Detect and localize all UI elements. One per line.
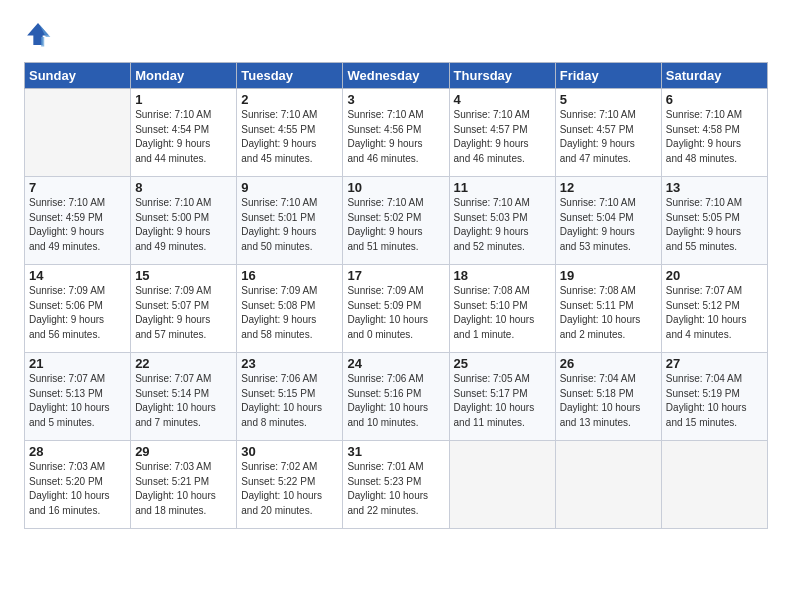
- daylight-text: Daylight: 10 hours: [29, 490, 110, 501]
- day-number: 21: [29, 356, 126, 371]
- sunset-text: Sunset: 5:14 PM: [135, 388, 209, 399]
- sunset-text: Sunset: 4:57 PM: [560, 124, 634, 135]
- daylight-text: Daylight: 9 hours: [29, 314, 104, 325]
- sunset-text: Sunset: 5:07 PM: [135, 300, 209, 311]
- sunrise-text: Sunrise: 7:10 AM: [560, 109, 636, 120]
- sunrise-text: Sunrise: 7:09 AM: [347, 285, 423, 296]
- calendar-week-row: 28Sunrise: 7:03 AMSunset: 5:20 PMDayligh…: [25, 441, 768, 529]
- calendar-day-cell: 13Sunrise: 7:10 AMSunset: 5:05 PMDayligh…: [661, 177, 767, 265]
- daylight-text-2: and 44 minutes.: [135, 153, 206, 164]
- day-number: 3: [347, 92, 444, 107]
- day-number: 16: [241, 268, 338, 283]
- calendar-day-cell: 21Sunrise: 7:07 AMSunset: 5:13 PMDayligh…: [25, 353, 131, 441]
- daylight-text: Daylight: 10 hours: [29, 402, 110, 413]
- day-number: 13: [666, 180, 763, 195]
- calendar-day-cell: 16Sunrise: 7:09 AMSunset: 5:08 PMDayligh…: [237, 265, 343, 353]
- day-number: 28: [29, 444, 126, 459]
- sunset-text: Sunset: 5:19 PM: [666, 388, 740, 399]
- daylight-text: Daylight: 10 hours: [241, 402, 322, 413]
- daylight-text-2: and 58 minutes.: [241, 329, 312, 340]
- sun-info: Sunrise: 7:10 AMSunset: 4:55 PMDaylight:…: [241, 108, 338, 166]
- sunset-text: Sunset: 5:05 PM: [666, 212, 740, 223]
- daylight-text: Daylight: 9 hours: [135, 138, 210, 149]
- sun-info: Sunrise: 7:10 AMSunset: 4:58 PMDaylight:…: [666, 108, 763, 166]
- sunrise-text: Sunrise: 7:10 AM: [666, 197, 742, 208]
- day-number: 31: [347, 444, 444, 459]
- sun-info: Sunrise: 7:06 AMSunset: 5:16 PMDaylight:…: [347, 372, 444, 430]
- daylight-text-2: and 46 minutes.: [347, 153, 418, 164]
- sunrise-text: Sunrise: 7:01 AM: [347, 461, 423, 472]
- calendar-day-cell: 20Sunrise: 7:07 AMSunset: 5:12 PMDayligh…: [661, 265, 767, 353]
- calendar-day-cell: [661, 441, 767, 529]
- sunrise-text: Sunrise: 7:07 AM: [135, 373, 211, 384]
- day-number: 6: [666, 92, 763, 107]
- daylight-text-2: and 51 minutes.: [347, 241, 418, 252]
- day-number: 14: [29, 268, 126, 283]
- calendar-day-cell: 28Sunrise: 7:03 AMSunset: 5:20 PMDayligh…: [25, 441, 131, 529]
- day-number: 5: [560, 92, 657, 107]
- sunset-text: Sunset: 5:02 PM: [347, 212, 421, 223]
- calendar-week-row: 21Sunrise: 7:07 AMSunset: 5:13 PMDayligh…: [25, 353, 768, 441]
- sun-info: Sunrise: 7:10 AMSunset: 5:05 PMDaylight:…: [666, 196, 763, 254]
- calendar-day-cell: 17Sunrise: 7:09 AMSunset: 5:09 PMDayligh…: [343, 265, 449, 353]
- sunrise-text: Sunrise: 7:09 AM: [241, 285, 317, 296]
- sun-info: Sunrise: 7:04 AMSunset: 5:19 PMDaylight:…: [666, 372, 763, 430]
- day-number: 23: [241, 356, 338, 371]
- sun-info: Sunrise: 7:03 AMSunset: 5:21 PMDaylight:…: [135, 460, 232, 518]
- daylight-text-2: and 50 minutes.: [241, 241, 312, 252]
- logo-icon: [24, 20, 52, 48]
- day-number: 26: [560, 356, 657, 371]
- daylight-text: Daylight: 10 hours: [666, 314, 747, 325]
- daylight-text: Daylight: 10 hours: [135, 402, 216, 413]
- calendar-day-cell: 30Sunrise: 7:02 AMSunset: 5:22 PMDayligh…: [237, 441, 343, 529]
- daylight-text-2: and 0 minutes.: [347, 329, 413, 340]
- daylight-text: Daylight: 10 hours: [560, 402, 641, 413]
- calendar-day-cell: 1Sunrise: 7:10 AMSunset: 4:54 PMDaylight…: [131, 89, 237, 177]
- sunrise-text: Sunrise: 7:10 AM: [666, 109, 742, 120]
- daylight-text-2: and 2 minutes.: [560, 329, 626, 340]
- sun-info: Sunrise: 7:01 AMSunset: 5:23 PMDaylight:…: [347, 460, 444, 518]
- daylight-text-2: and 7 minutes.: [135, 417, 201, 428]
- sunset-text: Sunset: 4:59 PM: [29, 212, 103, 223]
- sunset-text: Sunset: 4:55 PM: [241, 124, 315, 135]
- daylight-text: Daylight: 9 hours: [347, 138, 422, 149]
- sun-info: Sunrise: 7:07 AMSunset: 5:13 PMDaylight:…: [29, 372, 126, 430]
- sunset-text: Sunset: 4:58 PM: [666, 124, 740, 135]
- calendar-day-header: Thursday: [449, 63, 555, 89]
- daylight-text-2: and 18 minutes.: [135, 505, 206, 516]
- sunset-text: Sunset: 5:12 PM: [666, 300, 740, 311]
- sun-info: Sunrise: 7:10 AMSunset: 4:57 PMDaylight:…: [560, 108, 657, 166]
- sunrise-text: Sunrise: 7:10 AM: [560, 197, 636, 208]
- sunrise-text: Sunrise: 7:04 AM: [560, 373, 636, 384]
- sun-info: Sunrise: 7:10 AMSunset: 5:04 PMDaylight:…: [560, 196, 657, 254]
- calendar-table: SundayMondayTuesdayWednesdayThursdayFrid…: [24, 62, 768, 529]
- daylight-text: Daylight: 9 hours: [666, 138, 741, 149]
- sunrise-text: Sunrise: 7:10 AM: [454, 109, 530, 120]
- sun-info: Sunrise: 7:09 AMSunset: 5:08 PMDaylight:…: [241, 284, 338, 342]
- day-number: 4: [454, 92, 551, 107]
- sunset-text: Sunset: 4:57 PM: [454, 124, 528, 135]
- daylight-text-2: and 48 minutes.: [666, 153, 737, 164]
- sun-info: Sunrise: 7:10 AMSunset: 4:59 PMDaylight:…: [29, 196, 126, 254]
- sunrise-text: Sunrise: 7:10 AM: [347, 197, 423, 208]
- calendar-week-row: 14Sunrise: 7:09 AMSunset: 5:06 PMDayligh…: [25, 265, 768, 353]
- sunset-text: Sunset: 5:13 PM: [29, 388, 103, 399]
- daylight-text-2: and 15 minutes.: [666, 417, 737, 428]
- calendar-day-cell: 23Sunrise: 7:06 AMSunset: 5:15 PMDayligh…: [237, 353, 343, 441]
- sunrise-text: Sunrise: 7:10 AM: [454, 197, 530, 208]
- sunset-text: Sunset: 5:00 PM: [135, 212, 209, 223]
- sunrise-text: Sunrise: 7:02 AM: [241, 461, 317, 472]
- header: [24, 20, 768, 48]
- day-number: 2: [241, 92, 338, 107]
- calendar-day-cell: 27Sunrise: 7:04 AMSunset: 5:19 PMDayligh…: [661, 353, 767, 441]
- calendar-day-cell: 25Sunrise: 7:05 AMSunset: 5:17 PMDayligh…: [449, 353, 555, 441]
- sunset-text: Sunset: 5:23 PM: [347, 476, 421, 487]
- sun-info: Sunrise: 7:10 AMSunset: 4:57 PMDaylight:…: [454, 108, 551, 166]
- calendar-header-row: SundayMondayTuesdayWednesdayThursdayFrid…: [25, 63, 768, 89]
- day-number: 10: [347, 180, 444, 195]
- sunset-text: Sunset: 5:20 PM: [29, 476, 103, 487]
- calendar-day-cell: 11Sunrise: 7:10 AMSunset: 5:03 PMDayligh…: [449, 177, 555, 265]
- sunset-text: Sunset: 5:21 PM: [135, 476, 209, 487]
- daylight-text-2: and 46 minutes.: [454, 153, 525, 164]
- day-number: 8: [135, 180, 232, 195]
